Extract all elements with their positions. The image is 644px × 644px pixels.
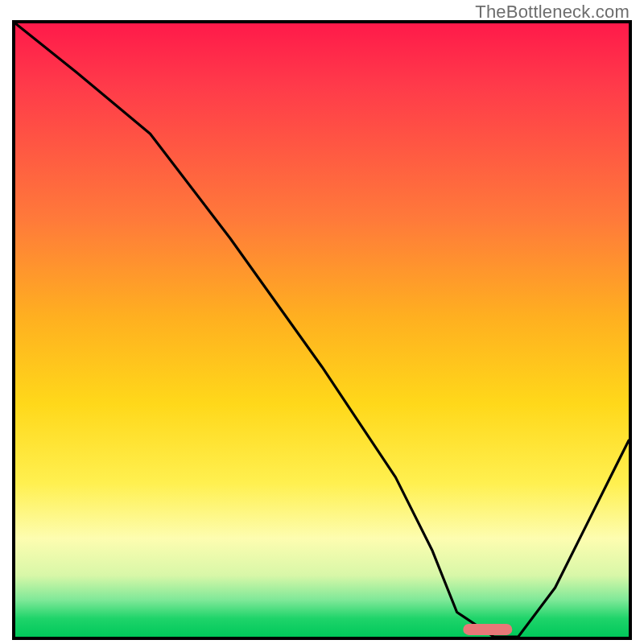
bottleneck-curve-path: [15, 23, 629, 637]
chart-svg: [15, 23, 629, 637]
optimal-range-marker: [463, 624, 512, 635]
chart-plot-area: [12, 20, 632, 640]
